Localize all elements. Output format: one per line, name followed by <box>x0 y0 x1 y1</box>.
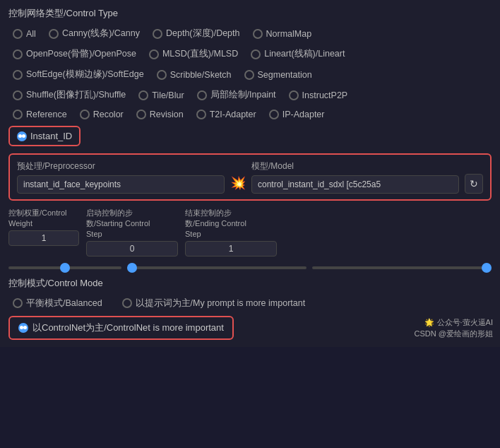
radio-circle-ipadapter <box>269 110 279 119</box>
radio-label-all: All <box>26 29 36 39</box>
radio-scribble[interactable]: Scribble/Sketch <box>153 66 236 83</box>
start-step-slider[interactable] <box>127 266 306 269</box>
mode-prompt-label: 以提示词为主/My prompt is more important <box>136 297 306 310</box>
radio-label-canny: Canny(线条)/Canny <box>62 28 140 40</box>
radio-label-softedge: SoftEdge(模糊边缘)/SoftEdge <box>26 69 144 81</box>
control-mode-label: 控制模式/Control Mode <box>8 277 492 290</box>
radio-circle-normalmap <box>253 29 263 39</box>
radio-depth[interactable]: Depth(深度)/Depth <box>148 25 244 42</box>
radio-label-scribble: Scribble/Sketch <box>170 70 232 80</box>
radio-circle-scribble <box>157 70 167 80</box>
mode-radio-row1: 平衡模式/Balanced 以提示词为主/My prompt is more i… <box>8 295 492 312</box>
watermark-line2: CSDN @爱绘画的形姐 <box>415 328 493 340</box>
radio-instructp2p[interactable]: InstructP2P <box>285 87 352 103</box>
radio-circle-inpaint <box>197 90 207 100</box>
control-weight-value[interactable]: 1 <box>8 230 79 246</box>
radio-label-segmentation: Segmentation <box>258 70 312 80</box>
control-type-grid-row4: Shuffle(图像打乱)/Shuffle Tile/Blur 局部绘制/Inp… <box>8 87 492 103</box>
control-type-grid-row2: OpenPose(骨骼)/OpenPose MLSD(直线)/MLSD Line… <box>8 46 492 62</box>
radio-label-lineart: Lineart(线稿)/Lineart <box>264 48 345 60</box>
radio-segmentation[interactable]: Segmentation <box>240 66 316 83</box>
radio-mlsd[interactable]: MLSD(直线)/MLSD <box>145 46 242 62</box>
radio-circle-shuffle <box>13 90 23 100</box>
mode-balanced-label: 平衡模式/Balanced <box>26 297 102 310</box>
radio-ipadapter[interactable]: IP-Adapter <box>265 107 329 122</box>
radio-label-inpaint: 局部绘制/Inpaint <box>210 89 276 101</box>
control-weight-label: 控制权重/Control Weight <box>8 208 79 229</box>
mode-controlnet-label: 以ControlNet为主/ControlNet is more importa… <box>32 322 224 334</box>
radio-circle-softedge <box>13 70 23 80</box>
radio-circle-canny <box>49 29 59 39</box>
model-label: 模型/Model <box>251 160 459 172</box>
radio-circle-depth <box>153 29 162 39</box>
radio-t2iadapter[interactable]: T2I-Adapter <box>192 107 261 122</box>
watermark: 🌟 公众号·萤火逼AI CSDN @爱绘画的形姐 <box>415 317 493 340</box>
radio-circle-revision <box>136 110 146 119</box>
radio-revision[interactable]: Revision <box>132 107 188 122</box>
sliders-row <box>8 261 492 271</box>
radio-label-openpose: OpenPose(骨骼)/OpenPose <box>26 48 136 60</box>
mode-controlnet-row[interactable]: 以ControlNet为主/ControlNet is more importa… <box>8 316 234 340</box>
radio-label-shuffle: Shuffle(图像打乱)/Shuffle <box>26 89 126 101</box>
radio-label-instructp2p: InstructP2P <box>302 90 348 100</box>
radio-label-normalmap: NormalMap <box>266 29 312 39</box>
end-step-label: 结束控制的步 数/Ending Control Step <box>185 208 277 240</box>
radio-circle-prompt <box>122 298 132 308</box>
radio-tile[interactable]: Tile/Blur <box>134 87 188 103</box>
end-step-slider[interactable] <box>312 266 492 269</box>
preprocessor-label: 预处理/Preprocessor <box>17 160 225 172</box>
instant-id-row[interactable]: Instant_ID <box>8 126 81 146</box>
model-select[interactable]: control_instant_id_sdxl [c5c25a5 <box>251 175 459 194</box>
preprocessor-select[interactable]: instant_id_face_keypoints <box>17 175 225 194</box>
radio-reference[interactable]: Reference <box>8 107 71 122</box>
radio-lineart[interactable]: Lineart(线稿)/Lineart <box>246 46 349 62</box>
radio-circle-instantid <box>17 131 27 141</box>
watermark-line1: 🌟 公众号·萤火逼AI <box>415 317 493 329</box>
radio-label-ipadapter: IP-Adapter <box>282 110 325 119</box>
preprocessor-model-section: 预处理/Preprocessor instant_id_face_keypoin… <box>8 153 492 201</box>
radio-circle-segmentation <box>244 70 254 80</box>
radio-label-revision: Revision <box>150 110 184 119</box>
radio-circle-lineart <box>251 49 261 59</box>
mode-balanced[interactable]: 平衡模式/Balanced <box>8 295 107 312</box>
end-step-value[interactable]: 1 <box>185 241 277 257</box>
controls-row: 控制权重/Control Weight 1 启动控制的步 数/Starting … <box>8 208 492 257</box>
radio-label-reference: Reference <box>26 110 67 119</box>
radio-circle-recolor <box>80 110 90 119</box>
radio-circle-t2iadapter <box>196 110 206 119</box>
radio-circle-controlnet <box>18 323 28 333</box>
radio-circle-openpose <box>13 49 23 59</box>
radio-inpaint[interactable]: 局部绘制/Inpaint <box>193 87 280 103</box>
fire-icon: 💥 <box>230 175 246 194</box>
radio-label-depth: Depth(深度)/Depth <box>166 28 240 40</box>
section-title: 控制网络类型/Control Type <box>8 7 492 20</box>
model-section: 模型/Model control_instant_id_sdxl [c5c25a… <box>251 160 459 194</box>
radio-circle-reference <box>13 110 23 119</box>
control-type-grid-row5: Reference Recolor Revision T2I-Adapter I… <box>8 107 492 122</box>
radio-recolor[interactable]: Recolor <box>76 107 128 122</box>
control-weight-slider[interactable] <box>8 266 121 269</box>
model-refresh-button[interactable]: ↻ <box>465 174 483 194</box>
model-select-wrapper: control_instant_id_sdxl [c5c25a5 <box>251 175 459 194</box>
radio-label-tile: Tile/Blur <box>152 90 184 100</box>
radio-circle-tile <box>138 90 148 100</box>
start-step-label: 启动控制的步 数/Starting Control Step <box>86 208 178 240</box>
radio-circle-balanced <box>13 298 23 308</box>
radio-softedge[interactable]: SoftEdge(模糊边缘)/SoftEdge <box>8 66 148 83</box>
instant-id-label: Instant_ID <box>30 131 72 141</box>
preprocessor-section: 预处理/Preprocessor instant_id_face_keypoin… <box>17 160 225 194</box>
radio-openpose[interactable]: OpenPose(骨骼)/OpenPose <box>8 46 141 62</box>
mode-prompt[interactable]: 以提示词为主/My prompt is more important <box>118 295 310 312</box>
preprocessor-select-wrapper: instant_id_face_keypoints <box>17 175 225 194</box>
radio-shuffle[interactable]: Shuffle(图像打乱)/Shuffle <box>8 87 130 103</box>
radio-label-recolor: Recolor <box>93 110 124 119</box>
start-step-value[interactable]: 0 <box>86 241 178 257</box>
radio-all[interactable]: All <box>8 25 40 42</box>
radio-canny[interactable]: Canny(线条)/Canny <box>44 25 144 42</box>
control-type-grid-row3: SoftEdge(模糊边缘)/SoftEdge Scribble/Sketch … <box>8 66 492 83</box>
radio-label-mlsd: MLSD(直线)/MLSD <box>162 48 238 60</box>
radio-normalmap[interactable]: NormalMap <box>249 25 316 42</box>
radio-circle-instructp2p <box>289 90 299 100</box>
radio-circle-all <box>13 29 23 39</box>
control-type-grid-row1: All Canny(线条)/Canny Depth(深度)/Depth Norm… <box>8 25 492 42</box>
